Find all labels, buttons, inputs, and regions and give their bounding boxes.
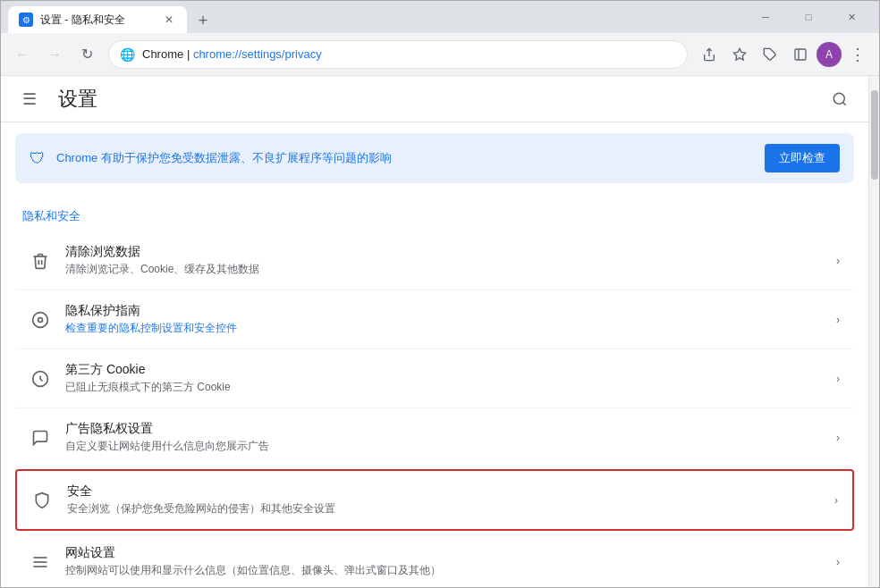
search-button[interactable] [825,85,854,113]
settings-icon-small: ⚙ [22,15,30,25]
tab-favicon: ⚙ [19,13,33,27]
profile-avatar[interactable]: A [817,42,842,67]
sidebar-toggle-button[interactable] [786,40,815,69]
profile-letter: A [825,48,833,61]
security-item[interactable]: 安全 安全浏览（保护您免受危险网站的侵害）和其他安全设置 › [15,469,854,531]
svg-point-8 [38,317,43,322]
navbar: ← → ↻ 🌐 Chrome | chrome://settings/priva… [1,33,879,76]
address-text: Chrome | chrome://settings/privacy [142,47,676,61]
address-chrome-label: Chrome [142,47,183,61]
cookie-icon [30,368,51,390]
scrollbar-thumb [871,90,878,180]
toolbar-icons: A ⋮ [695,40,872,69]
third-party-cookies-content: 第三方 Cookie 已阻止无痕模式下的第三方 Cookie [65,362,822,395]
settings-page-title: 设置 [58,86,97,113]
tab-title: 设置 - 隐私和安全 [40,13,155,28]
security-content: 安全 安全浏览（保护您免受危险网站的侵害）和其他安全设置 [67,483,820,517]
check-now-button[interactable]: 立即检查 [765,144,840,172]
address-separator: | [187,47,193,61]
site-settings-item[interactable]: 网站设置 控制网站可以使用和显示什么信息（如位置信息、摄像头、弹出式窗口及其他）… [15,533,854,587]
extensions-button[interactable] [756,40,784,69]
ad-privacy-icon [30,427,51,449]
clear-browsing-title: 清除浏览数据 [65,244,822,260]
svg-point-7 [33,312,48,327]
third-party-cookies-arrow: › [836,373,840,385]
chrome-icon: 🌐 [120,47,135,62]
ad-privacy-content: 广告隐私权设置 自定义要让网站使用什么信息向您展示广告 [65,421,822,454]
svg-marker-1 [733,48,745,60]
browser-window: ⚙ 设置 - 隐私和安全 ✕ + ─ □ ✕ ← → ↻ 🌐 Chrome | … [0,0,880,588]
active-tab[interactable]: ⚙ 设置 - 隐私和安全 ✕ [8,6,187,33]
privacy-guide-arrow: › [836,314,840,326]
minimize-button[interactable]: ─ [745,3,786,31]
site-settings-icon [30,551,51,573]
bookmark-button[interactable] [725,40,754,69]
settings-container: ☰ 设置 🛡 Chrome 有助于保护您免受数据泄露、不良扩展程序等问题的影响 … [1,76,879,587]
ad-privacy-arrow: › [836,432,840,444]
clear-browsing-item[interactable]: 清除浏览数据 清除浏览记录、Cookie、缓存及其他数据 › [15,231,854,290]
clear-browsing-content: 清除浏览数据 清除浏览记录、Cookie、缓存及其他数据 [65,244,822,277]
privacy-guide-title: 隐私保护指南 [65,303,822,319]
tab-bar: ⚙ 设置 - 隐私和安全 ✕ + [8,1,745,33]
main-scroll-area[interactable]: ☰ 设置 🛡 Chrome 有助于保护您免受数据泄露、不良扩展程序等问题的影响 … [1,76,868,587]
privacy-guide-content: 隐私保护指南 检查重要的隐私控制设置和安全控件 [65,303,822,336]
privacy-section-title: 隐私和安全 [1,194,868,231]
maximize-button[interactable]: □ [788,3,829,31]
forward-button[interactable]: → [40,40,69,69]
clear-browsing-arrow: › [836,255,840,267]
clear-browsing-desc: 清除浏览记录、Cookie、缓存及其他数据 [65,262,822,277]
titlebar: ⚙ 设置 - 隐私和安全 ✕ + ─ □ ✕ [1,1,879,33]
hamburger-button[interactable]: ☰ [15,85,44,113]
security-title: 安全 [67,483,820,500]
svg-rect-3 [795,49,806,60]
shield-banner-icon: 🛡 [30,149,46,168]
banner-text: Chrome 有助于保护您免受数据泄露、不良扩展程序等问题的影响 [56,150,754,166]
privacy-guide-desc: 检查重要的隐私控制设置和安全控件 [65,321,822,336]
refresh-button[interactable]: ↻ [72,40,101,69]
svg-point-5 [833,93,844,104]
trash-icon [30,250,51,272]
privacy-guide-item[interactable]: 隐私保护指南 检查重要的隐私控制设置和安全控件 › [15,290,854,349]
back-button[interactable]: ← [8,40,37,69]
settings-header: ☰ 设置 [1,76,868,122]
content-area: 🛡 Chrome 有助于保护您免受数据泄露、不良扩展程序等问题的影响 立即检查 … [1,133,868,587]
security-icon [31,490,53,511]
address-bar[interactable]: 🌐 Chrome | chrome://settings/privacy [108,40,688,69]
window-controls: ─ □ ✕ [745,3,872,31]
ad-privacy-item[interactable]: 广告隐私权设置 自定义要让网站使用什么信息向您展示广告 › [15,408,854,467]
privacy-guide-icon [30,309,51,331]
ad-privacy-desc: 自定义要让网站使用什么信息向您展示广告 [65,439,822,454]
site-settings-content: 网站设置 控制网站可以使用和显示什么信息（如位置信息、摄像头、弹出式窗口及其他） [65,545,822,578]
security-arrow: › [834,494,838,507]
security-banner: 🛡 Chrome 有助于保护您免受数据泄露、不良扩展程序等问题的影响 立即检查 [15,133,854,183]
share-button[interactable] [695,40,723,69]
third-party-cookies-desc: 已阻止无痕模式下的第三方 Cookie [65,380,822,395]
settings-list: 清除浏览数据 清除浏览记录、Cookie、缓存及其他数据 › 隐私保护指南 检查… [1,231,868,587]
new-tab-button[interactable]: + [190,8,216,33]
svg-line-6 [842,102,845,105]
more-button[interactable]: ⋮ [843,40,872,69]
tab-close-button[interactable]: ✕ [162,13,176,27]
security-desc: 安全浏览（保护您免受危险网站的侵害）和其他安全设置 [67,501,820,517]
site-settings-desc: 控制网站可以使用和显示什么信息（如位置信息、摄像头、弹出式窗口及其他） [65,563,822,578]
address-url: chrome://settings/privacy [193,47,322,61]
site-settings-arrow: › [836,556,840,568]
close-button[interactable]: ✕ [831,3,872,31]
scrollbar-track[interactable] [868,76,879,587]
third-party-cookies-item[interactable]: 第三方 Cookie 已阻止无痕模式下的第三方 Cookie › [15,349,854,408]
ad-privacy-title: 广告隐私权设置 [65,421,822,437]
third-party-cookies-title: 第三方 Cookie [65,362,822,378]
site-settings-title: 网站设置 [65,545,822,561]
